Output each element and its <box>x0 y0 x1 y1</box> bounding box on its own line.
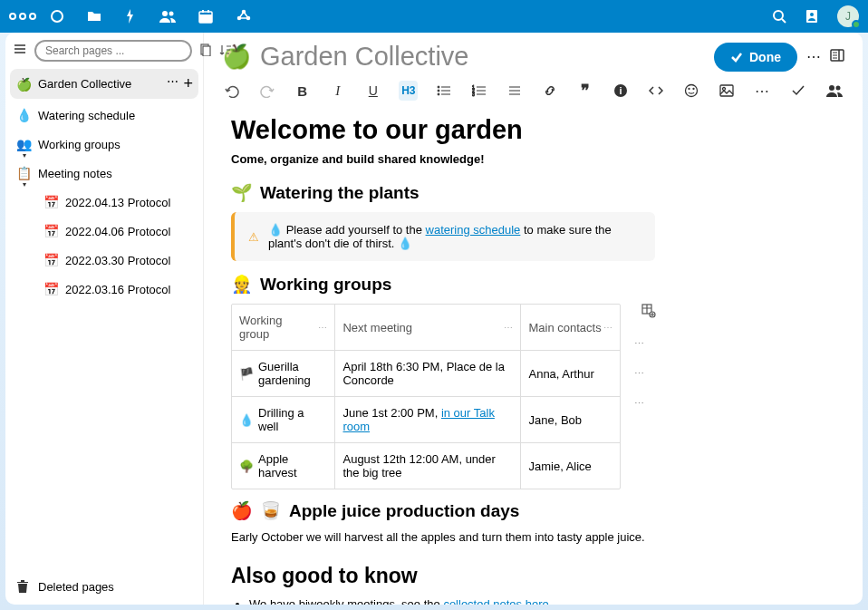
svg-text:3: 3 <box>472 92 475 97</box>
menu-icon[interactable] <box>13 42 27 60</box>
italic-icon[interactable]: I <box>328 81 347 101</box>
sidebar-toggle-icon[interactable] <box>830 48 844 66</box>
table-settings-icon[interactable] <box>641 309 656 320</box>
subitem-label: 2022.03.16 Protocol <box>65 283 193 296</box>
link-icon[interactable] <box>541 81 560 101</box>
avatar[interactable]: J <box>837 5 859 27</box>
topbar: J <box>0 0 868 33</box>
svg-point-29 <box>723 88 726 91</box>
subitem-label: 2022.04.06 Protocol <box>65 225 193 238</box>
contacts-icon[interactable] <box>159 10 176 23</box>
content: 🍏 Garden Collective Done ⋯ B I U H3 123 … <box>204 33 863 605</box>
column-menu-icon[interactable]: ⋯ <box>318 323 327 333</box>
h2-text: Watering the plants <box>260 183 420 203</box>
h2-text: Working groups <box>260 275 391 295</box>
row-menu-icon[interactable]: ⋯ <box>630 389 661 419</box>
contacts-app-icon[interactable] <box>805 9 819 24</box>
callout: ⚠ 💧 Please add yourself to the watering … <box>231 212 655 261</box>
code-icon[interactable] <box>647 81 666 101</box>
cell: Anna, Arthur <box>528 367 593 381</box>
more-icon[interactable]: ⋯ <box>753 81 772 101</box>
table-row[interactable]: 🌳Apple harvest August 12th 12:00 AM, und… <box>232 443 620 489</box>
svg-text:i: i <box>620 85 622 96</box>
subitem-label: 2022.03.30 Protocol <box>65 254 193 267</box>
chevron-icon[interactable]: ▾ <box>23 151 26 160</box>
row-menu-icon[interactable]: ⋯ <box>630 329 661 359</box>
svg-point-26 <box>689 89 690 90</box>
sidebar: 🍏 Garden Collective ⋯ + 💧 Watering sched… <box>5 33 204 605</box>
collectives-icon[interactable] <box>236 8 252 24</box>
table-header: Working group <box>239 314 313 341</box>
heading-icon[interactable]: H3 <box>399 81 418 101</box>
activity-icon[interactable] <box>124 9 137 24</box>
deleted-pages[interactable]: Deleted pages <box>5 568 203 605</box>
svg-rect-6 <box>202 10 204 13</box>
image-icon[interactable] <box>718 81 737 101</box>
table-row[interactable]: 🏴Guerilla gardening April 18th 6:30 PM, … <box>232 351 620 397</box>
cell: Jamie, Alice <box>528 460 591 473</box>
template-icon[interactable] <box>199 44 212 59</box>
save-check-icon[interactable] <box>788 81 808 101</box>
sidebar-subitem[interactable]: 📅 2022.04.06 Protocol <box>10 218 198 244</box>
sidebar-item-watering[interactable]: 💧 Watering schedule <box>10 102 198 128</box>
item-emoji: 📋 <box>15 166 32 180</box>
collective-emoji: 🍏 <box>15 77 32 92</box>
cell: Jane, Bob <box>528 413 582 427</box>
chevron-icon[interactable]: ▾ <box>23 180 26 189</box>
svg-rect-28 <box>720 85 733 96</box>
check-icon <box>730 51 743 63</box>
svg-point-31 <box>836 86 841 91</box>
cell: Guerilla gardening <box>258 360 327 387</box>
calendar-icon[interactable] <box>198 9 213 24</box>
collective-add-icon[interactable]: + <box>183 74 193 93</box>
nextcloud-logo[interactable] <box>9 13 36 20</box>
svg-point-27 <box>693 89 694 90</box>
undo-icon[interactable] <box>222 81 241 101</box>
sidebar-collective[interactable]: 🍏 Garden Collective ⋯ + <box>10 69 198 99</box>
page-menu-icon[interactable]: ⋯ <box>806 48 821 65</box>
item-label: Working groups <box>38 138 193 151</box>
bullet-list-icon[interactable] <box>434 81 453 101</box>
table-header: Next meeting <box>342 321 412 334</box>
collaborators-icon[interactable] <box>825 81 844 101</box>
item-label: Meeting notes <box>38 167 193 180</box>
bold-icon[interactable]: B <box>293 81 312 101</box>
sidebar-subitem[interactable]: 📅 2022.03.16 Protocol <box>10 276 198 302</box>
row-menu-icon[interactable]: ⋯ <box>630 359 661 389</box>
sidebar-item-workgroups[interactable]: 👥 Working groups ▾ <box>10 131 198 157</box>
dashboard-icon[interactable] <box>50 9 64 24</box>
info-icon[interactable]: i <box>612 81 631 101</box>
done-button[interactable]: Done <box>714 43 797 72</box>
search-input[interactable] <box>34 40 192 62</box>
collective-menu-icon[interactable]: ⋯ <box>167 74 178 93</box>
doc-h2-know: Also good to know <box>231 564 835 588</box>
search-icon[interactable] <box>772 9 786 24</box>
done-label: Done <box>749 50 781 64</box>
sort-icon[interactable] <box>219 44 232 59</box>
doc-h2-groups: 👷 Working groups <box>231 274 835 295</box>
sidebar-item-meetings[interactable]: 📋 Meeting notes ▾ <box>10 160 198 186</box>
callout-text: 💧 Please add yourself to the watering sc… <box>268 223 641 250</box>
warning-icon: ⚠ <box>248 230 259 244</box>
svg-point-17 <box>438 86 439 88</box>
underline-icon[interactable]: U <box>363 81 382 101</box>
files-icon[interactable] <box>87 9 101 24</box>
callout-link[interactable]: watering schedule <box>426 223 521 237</box>
redo-icon[interactable] <box>257 81 276 101</box>
emoji-icon[interactable] <box>682 81 701 101</box>
svg-point-2 <box>169 12 174 16</box>
sidebar-subitem[interactable]: 📅 2022.04.13 Protocol <box>10 189 198 215</box>
quote-icon[interactable]: ❞ <box>576 81 595 101</box>
sidebar-subitem[interactable]: 📅 2022.03.30 Protocol <box>10 247 198 273</box>
collective-label: Garden Collective <box>38 77 160 91</box>
column-menu-icon[interactable]: ⋯ <box>504 323 513 333</box>
table-row[interactable]: 💧Drilling a well June 1st 2:00 PM, in ou… <box>232 397 620 443</box>
checklist-icon[interactable] <box>506 81 525 101</box>
numbered-list-icon[interactable]: 123 <box>469 81 488 101</box>
column-menu-icon[interactable]: ⋯ <box>603 323 612 333</box>
working-groups-table: Working group⋯ Next meeting⋯ Main contac… <box>231 304 621 489</box>
svg-point-1 <box>162 11 168 16</box>
notes-link[interactable]: collected notes here <box>443 597 548 605</box>
svg-point-18 <box>438 90 439 92</box>
table-header: Main contacts <box>528 321 601 334</box>
